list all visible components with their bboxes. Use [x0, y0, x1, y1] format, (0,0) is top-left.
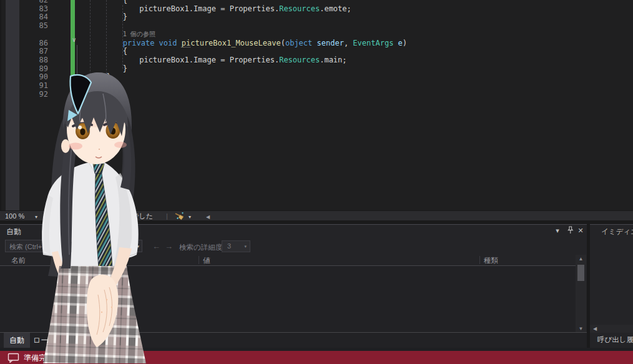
scroll-left-icon[interactable]: ◀	[593, 326, 597, 332]
autos-tabs-row: 自動 ローカル	[0, 332, 587, 348]
scrollbar-thumb[interactable]	[577, 265, 584, 281]
column-divider[interactable]	[479, 256, 480, 264]
scroll-up-icon[interactable]: ▲	[576, 256, 586, 262]
autos-title: 自動	[6, 227, 21, 237]
autos-tool-window: 自動 ▾ ✕ ▾ ← → 検索の詳細度: 3	[0, 224, 587, 348]
line-number: 90	[19, 72, 48, 81]
nav-forward-arrow[interactable]: →	[165, 242, 173, 251]
line-number: 92	[19, 90, 48, 99]
editor-bottom-bar: 100 % ▾ んでした | ▾ ◀	[0, 210, 633, 221]
search-box[interactable]: ▾	[5, 240, 142, 252]
code-line[interactable]: 91	[0, 81, 633, 90]
separator: |	[166, 212, 168, 220]
search-dropdown-caret[interactable]: ▾	[137, 244, 139, 248]
column-header-type[interactable]: 種類	[484, 256, 498, 265]
line-number: 89	[19, 64, 48, 73]
broom-icon	[175, 212, 185, 220]
code-line[interactable]: 85	[0, 21, 633, 30]
scroll-down-icon[interactable]: ▼	[576, 326, 586, 332]
code-text: }	[123, 64, 127, 73]
search-depth-label: 検索の詳細度:	[179, 243, 224, 252]
code-editor[interactable]: 82{83pictureBox1.Image = Properties.Reso…	[0, 0, 633, 210]
immediate-title: イミディエイト	[601, 227, 633, 237]
code-text: }	[106, 72, 110, 81]
zoom-control[interactable]: 100 %	[5, 212, 24, 220]
line-number: 85	[19, 21, 48, 30]
tab-call-stack[interactable]: 呼び出し履歴	[597, 335, 633, 345]
autos-title-bar[interactable]: 自動 ▾ ✕	[0, 225, 587, 237]
search-input[interactable]	[8, 241, 122, 252]
line-number: 91	[19, 81, 48, 90]
column-divider[interactable]	[199, 256, 199, 264]
code-text: }	[123, 12, 127, 21]
outline-region-line	[77, 45, 77, 74]
search-depth-value: 3	[227, 242, 231, 250]
code-text: pictureBox1.Image = Properties.Resources…	[139, 4, 351, 13]
window-position-caret[interactable]: ▾	[553, 226, 562, 235]
collapse-region-chevron[interactable]: ∨	[72, 36, 76, 43]
visual-studio-window: 82{83pictureBox1.Image = Properties.Reso…	[0, 0, 633, 364]
immediate-hscrollbar[interactable]: ◀	[590, 325, 633, 333]
code-text: {	[123, 47, 127, 56]
ready-status-text: 準備完了	[24, 353, 54, 363]
code-line[interactable]: 89}	[0, 64, 633, 73]
search-depth-dropdown[interactable]: 3 ▾	[222, 240, 250, 252]
feedback-icon[interactable]	[7, 353, 20, 364]
vertical-scrollbar[interactable]: ▲ ▼	[576, 255, 586, 333]
codelens-row[interactable]: 1 個の参照	[0, 30, 633, 39]
code-line[interactable]: 84}	[0, 12, 633, 21]
line-number: 87	[19, 47, 48, 56]
code-line[interactable]: 83pictureBox1.Image = Properties.Resourc…	[0, 4, 633, 13]
code-text: private void pictureBox1_MouseLeave(obje…	[123, 39, 407, 47]
code-line[interactable]: 86private void pictureBox1_MouseLeave(ob…	[0, 39, 633, 47]
tab-autos[interactable]: 自動	[4, 333, 30, 348]
code-text: pictureBox1.Image = Properties.Resources…	[139, 56, 346, 64]
column-header-value[interactable]: 値	[203, 256, 210, 265]
autos-grid-header: 名前 値 種類	[0, 255, 576, 266]
close-icon[interactable]: ✕	[576, 226, 585, 235]
immediate-tool-window: イミディエイト ◀ 呼び出し履歴	[590, 224, 633, 348]
code-text: 1 個の参照	[123, 30, 155, 38]
code-line[interactable]: 90}	[0, 72, 633, 81]
line-number: 88	[19, 56, 48, 64]
editor-status-message: んでした	[125, 212, 153, 220]
tab-locals[interactable]: ローカル	[27, 333, 69, 348]
code-line[interactable]: 87{	[0, 47, 633, 56]
column-header-name[interactable]: 名前	[11, 256, 26, 265]
nav-back-arrow[interactable]: ←	[152, 242, 160, 251]
line-number: 86	[19, 39, 48, 47]
pin-icon[interactable]	[566, 226, 574, 235]
code-line[interactable]: 92	[0, 90, 633, 99]
search-depth-caret: ▾	[244, 244, 247, 249]
status-bar: 準備完了	[0, 351, 633, 364]
line-number: 84	[19, 12, 48, 21]
search-icon	[125, 242, 134, 250]
code-line[interactable]: 88pictureBox1.Image = Properties.Resourc…	[0, 56, 633, 64]
search-button[interactable]: ▾	[125, 242, 139, 253]
code-cleanup-button[interactable]	[175, 212, 185, 221]
line-number: 83	[19, 4, 48, 13]
autos-grid-body[interactable]	[0, 266, 576, 333]
